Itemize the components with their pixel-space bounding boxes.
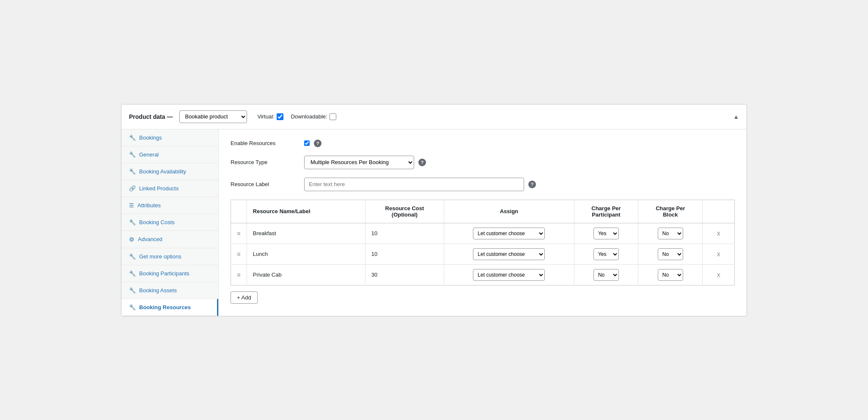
assign-select[interactable]: Let customer choose Automatically assign xyxy=(473,269,545,281)
enable-resources-checkbox[interactable] xyxy=(304,140,310,146)
charge-block-select[interactable]: No Yes xyxy=(658,248,683,260)
wrench-icon xyxy=(129,168,136,175)
resource-label-row: Resource Label ? xyxy=(231,178,735,191)
charge-participant-select[interactable]: Yes No xyxy=(593,228,619,239)
resources-table: Resource Name/Label Resource Cost(Option… xyxy=(231,200,735,285)
charge-block-cell: No Yes xyxy=(638,244,703,264)
charge-block-select[interactable]: No Yes xyxy=(658,228,683,239)
enable-resources-help-icon[interactable]: ? xyxy=(314,140,321,147)
sidebar-item-general[interactable]: General xyxy=(121,146,218,163)
resource-type-help-icon[interactable]: ? xyxy=(418,159,426,166)
resource-type-controls: Multiple Resources Per Booking Single Re… xyxy=(304,156,426,169)
charge-participant-select[interactable]: No Yes xyxy=(593,269,619,281)
charge-block-cell: No Yes xyxy=(638,264,703,285)
product-data-panel: Product data — Bookable product Simple p… xyxy=(121,104,747,316)
resource-label-controls: ? xyxy=(304,178,536,191)
sidebar-item-get-more-options[interactable]: Get more options xyxy=(121,248,218,265)
list-icon xyxy=(129,202,134,209)
remove-button[interactable]: x xyxy=(714,250,723,259)
assign-select[interactable]: Let customer choose Automatically assign xyxy=(473,228,545,239)
sidebar-item-bookings[interactable]: Bookings xyxy=(121,129,218,146)
panel-header: Product data — Bookable product Simple p… xyxy=(121,104,747,129)
resource-label-help-icon[interactable]: ? xyxy=(528,181,536,188)
sidebar: Bookings General Booking Availability Li… xyxy=(121,129,219,316)
virtual-checkbox[interactable] xyxy=(277,113,283,120)
remove-button[interactable]: x xyxy=(714,229,723,238)
main-content: Enable Resources ? Resource Type Multipl… xyxy=(219,129,747,316)
remove-cell: x xyxy=(703,244,735,264)
remove-cell: x xyxy=(703,264,735,285)
resource-type-row: Resource Type Multiple Resources Per Boo… xyxy=(231,156,735,169)
table-row: ≡ Breakfast 10 Let customer choose Autom… xyxy=(231,223,735,244)
charge-block-cell: No Yes xyxy=(638,223,703,244)
downloadable-checkbox[interactable] xyxy=(330,113,336,120)
sidebar-item-booking-participants[interactable]: Booking Participants xyxy=(121,265,218,282)
sidebar-item-linked-products[interactable]: Linked Products xyxy=(121,180,218,197)
col-resource-cost: Resource Cost(Optional) xyxy=(365,200,444,223)
enable-resources-controls: ? xyxy=(304,140,321,147)
panel-body: Bookings General Booking Availability Li… xyxy=(121,129,747,316)
collapse-arrow[interactable]: ▲ xyxy=(733,113,739,120)
sidebar-item-advanced[interactable]: Advanced xyxy=(121,231,218,248)
charge-block-select[interactable]: No Yes xyxy=(658,269,683,281)
row-name: Breakfast xyxy=(247,223,365,244)
wrench-icon xyxy=(129,151,136,158)
panel-title: Product data — xyxy=(129,113,173,120)
col-assign: Assign xyxy=(444,200,574,223)
gear-icon xyxy=(129,236,135,243)
charge-participant-cell: Yes No xyxy=(574,244,638,264)
virtual-downloadable-group: Virtual: Downloadable: xyxy=(257,113,336,120)
drag-handle[interactable]: ≡ xyxy=(231,264,247,285)
resource-type-select[interactable]: Multiple Resources Per Booking Single Re… xyxy=(304,156,414,169)
link-icon xyxy=(129,185,136,192)
resource-label-input[interactable] xyxy=(304,178,524,191)
col-remove xyxy=(703,200,735,223)
drag-handle[interactable]: ≡ xyxy=(231,223,247,244)
col-charge-participant: Charge PerParticipant xyxy=(574,200,638,223)
row-cost: 10 xyxy=(365,223,444,244)
remove-cell: x xyxy=(703,223,735,244)
drag-handle[interactable]: ≡ xyxy=(231,244,247,264)
resource-label-label: Resource Label xyxy=(231,181,298,187)
enable-resources-row: Enable Resources ? xyxy=(231,140,735,147)
row-name: Private Cab xyxy=(247,264,365,285)
sidebar-item-booking-availability[interactable]: Booking Availability xyxy=(121,163,218,180)
virtual-label[interactable]: Virtual: xyxy=(257,113,283,120)
wrench-icon xyxy=(129,304,136,310)
sidebar-item-attributes[interactable]: Attributes xyxy=(121,197,218,214)
assign-cell: Let customer choose Automatically assign xyxy=(444,223,574,244)
charge-participant-select[interactable]: Yes No xyxy=(593,248,619,260)
col-charge-block: Charge PerBlock xyxy=(638,200,703,223)
add-button[interactable]: + Add xyxy=(231,291,258,304)
charge-participant-cell: Yes No xyxy=(574,223,638,244)
downloadable-label[interactable]: Downloadable: xyxy=(291,113,336,120)
wrench-icon xyxy=(129,219,136,225)
row-cost: 30 xyxy=(365,264,444,285)
product-type-select[interactable]: Bookable product Simple product Variable… xyxy=(179,110,247,123)
col-drag xyxy=(231,200,247,223)
wrench-icon xyxy=(129,270,136,277)
enable-resources-label: Enable Resources xyxy=(231,140,298,146)
row-name: Lunch xyxy=(247,244,365,264)
wrench-icon xyxy=(129,253,136,260)
assign-select[interactable]: Let customer choose Automatically assign xyxy=(473,248,545,260)
col-resource-name: Resource Name/Label xyxy=(247,200,365,223)
table-row: ≡ Lunch 10 Let customer choose Automatic… xyxy=(231,244,735,264)
assign-cell: Let customer choose Automatically assign xyxy=(444,264,574,285)
sidebar-item-booking-resources[interactable]: Booking Resources xyxy=(121,299,218,316)
assign-cell: Let customer choose Automatically assign xyxy=(444,244,574,264)
table-row: ≡ Private Cab 30 Let customer choose Aut… xyxy=(231,264,735,285)
remove-button[interactable]: x xyxy=(714,270,723,280)
row-cost: 10 xyxy=(365,244,444,264)
wrench-icon xyxy=(129,135,136,141)
resource-type-label: Resource Type xyxy=(231,159,298,165)
sidebar-item-booking-costs[interactable]: Booking Costs xyxy=(121,214,218,231)
charge-participant-cell: No Yes xyxy=(574,264,638,285)
sidebar-item-booking-assets[interactable]: Booking Assets xyxy=(121,282,218,299)
wrench-icon xyxy=(129,287,136,294)
